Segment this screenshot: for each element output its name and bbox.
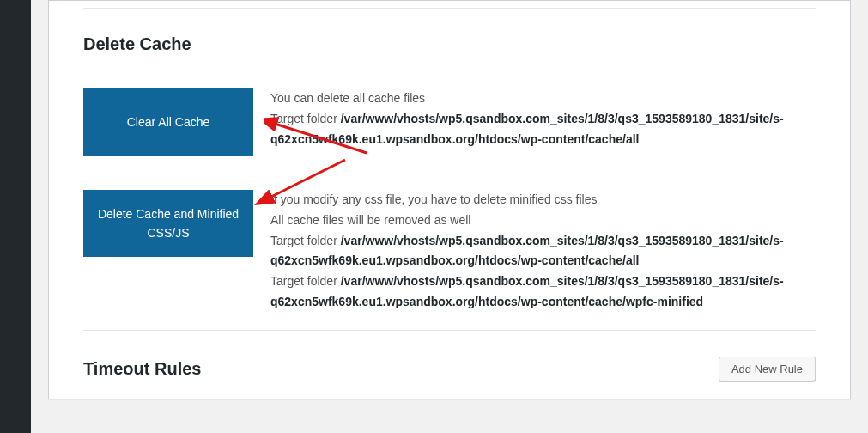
timeout-rules-heading: Timeout Rules bbox=[83, 359, 201, 379]
clear-all-cache-description: You can delete all cache files Target fo… bbox=[270, 88, 816, 149]
delete-minified-target-1: Target folder /var/www/vhosts/wp5.qsandb… bbox=[270, 231, 816, 272]
target-folder-path: /var/www/vhosts/wp5.qsandbox.com_sites/1… bbox=[270, 274, 784, 308]
delete-minified-desc-2: All cache files will be removed as well bbox=[270, 210, 816, 231]
target-folder-label: Target folder bbox=[270, 112, 341, 125]
delete-cache-minified-button[interactable]: Delete Cache and Minified CSS/JS bbox=[83, 190, 253, 257]
main-content: Delete Cache Clear All Cache You can del… bbox=[31, 0, 868, 417]
clear-all-target-line: Target folder /var/www/vhosts/wp5.qsandb… bbox=[270, 109, 816, 150]
admin-sidebar[interactable] bbox=[0, 0, 31, 417]
delete-cache-heading: Delete Cache bbox=[83, 34, 816, 54]
delete-minified-row: Delete Cache and Minified CSS/JS If you … bbox=[83, 190, 816, 313]
target-folder-label: Target folder bbox=[270, 234, 341, 247]
delete-minified-target-2: Target folder /var/www/vhosts/wp5.qsandb… bbox=[270, 271, 816, 313]
timeout-rules-row: Timeout Rules Add New Rule bbox=[83, 357, 816, 381]
settings-panel: Delete Cache Clear All Cache You can del… bbox=[48, 0, 851, 399]
clear-all-cache-row: Clear All Cache You can delete all cache… bbox=[83, 88, 816, 156]
divider-bottom bbox=[83, 330, 816, 331]
divider-top bbox=[83, 8, 816, 9]
clear-all-desc-text: You can delete all cache files bbox=[270, 88, 816, 109]
add-new-rule-button[interactable]: Add New Rule bbox=[719, 357, 816, 381]
delete-minified-description: If you modify any css file, you have to … bbox=[270, 190, 816, 313]
target-folder-path: /var/www/vhosts/wp5.qsandbox.com_sites/1… bbox=[270, 112, 784, 146]
target-folder-path: /var/www/vhosts/wp5.qsandbox.com_sites/1… bbox=[270, 234, 784, 268]
target-folder-label: Target folder bbox=[270, 274, 341, 288]
clear-all-cache-button[interactable]: Clear All Cache bbox=[83, 88, 253, 156]
delete-minified-desc-1: If you modify any css file, you have to … bbox=[270, 190, 816, 210]
